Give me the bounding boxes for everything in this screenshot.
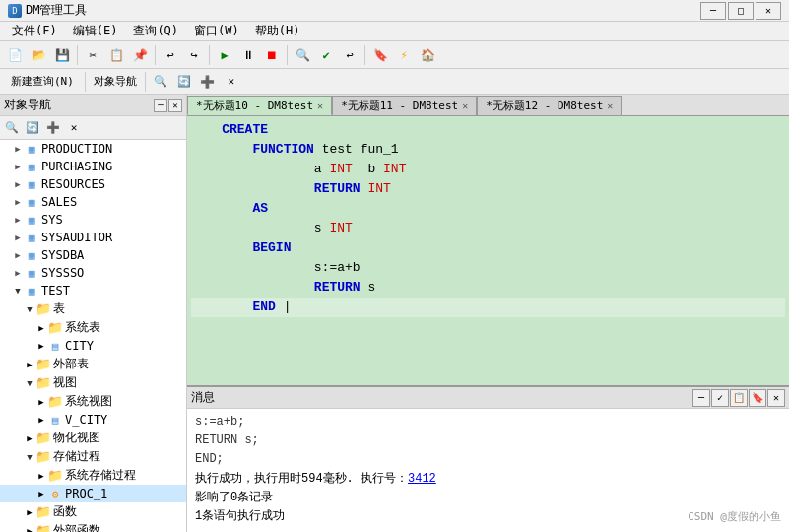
tb-copy[interactable]: 📋 (105, 44, 127, 66)
tb-pause[interactable]: ⏸ (237, 44, 259, 66)
tree-item-test[interactable]: ▼ ▦ TEST (0, 282, 186, 299)
tree-item-sys-views[interactable]: ▶ 📁 系统视图 (0, 392, 186, 411)
sep6 (85, 72, 86, 92)
tree-item-views[interactable]: ▼ 📁 视图 (0, 373, 186, 392)
expand-icon[interactable]: ▶ (24, 525, 35, 533)
expand-icon[interactable]: ▶ (12, 249, 24, 261)
expand-icon[interactable]: ▶ (12, 232, 24, 243)
close-button[interactable]: ✕ (756, 2, 781, 20)
tb-obj-add[interactable]: ➕ (197, 71, 219, 93)
expand-icon[interactable]: ▶ (35, 470, 47, 482)
msg-line-2: RETURN s; (195, 432, 781, 450)
tree-item-sys-tables[interactable]: ▶ 📁 系统表 (0, 318, 186, 337)
expand-icon[interactable]: ▶ (12, 161, 24, 172)
tree-item-purchasing[interactable]: ▶ ▦ PURCHASING (0, 158, 186, 175)
tree-label: CITY (65, 339, 94, 353)
msg-btn1[interactable]: ─ (692, 389, 710, 407)
menu-window[interactable]: 窗口(W) (186, 21, 247, 41)
tab-1-close[interactable]: ✕ (462, 100, 468, 111)
expand-icon[interactable]: ▶ (12, 267, 24, 279)
tree-item-proc1[interactable]: ▶ ⚙ PROC_1 (0, 485, 186, 502)
sidebar-add-btn[interactable]: ➕ (43, 118, 63, 138)
tb-search[interactable]: 🔍 (292, 44, 313, 66)
tb-paste[interactable]: 📌 (129, 44, 151, 66)
tree-item-funcs[interactable]: ▶ 📁 函数 (0, 502, 186, 521)
expand-icon[interactable]: ▶ (12, 214, 24, 226)
tree-item-ext-tables[interactable]: ▶ 📁 外部表 (0, 355, 186, 373)
tree-item-procs[interactable]: ▼ 📁 存储过程 (0, 447, 186, 466)
sidebar-del-btn[interactable]: ✕ (64, 118, 84, 138)
msg-line-1: s:=a+b; (195, 413, 781, 432)
main-layout: 对象导航 ─ ✕ 🔍 🔄 ➕ ✕ ▶ ▦ PRODUCTION ▶ ▦ (0, 95, 789, 532)
msg-btn4[interactable]: 🔖 (749, 389, 766, 407)
tree-item-sysauditor[interactable]: ▶ ▦ SYSAUDITOR (0, 229, 186, 246)
tb-lightning[interactable]: ⚡ (393, 44, 415, 66)
sidebar-search-btn[interactable]: 🔍 (2, 118, 22, 138)
tb-check[interactable]: ✔ (315, 44, 337, 66)
expand-icon[interactable]: ▶ (35, 488, 47, 499)
tab-1[interactable]: *无标题11 - DM8test ✕ (332, 96, 477, 115)
tab-2-close[interactable]: ✕ (607, 100, 613, 111)
expand-icon[interactable]: ▼ (12, 285, 24, 297)
code-editor[interactable]: CREATE FUNCTION test fun_1 a INT b INT R… (187, 116, 789, 385)
tree-item-tables[interactable]: ▼ 📁 表 (0, 299, 186, 318)
expand-icon[interactable]: ▼ (24, 451, 35, 463)
expand-icon[interactable]: ▶ (24, 506, 35, 518)
tb-redo[interactable]: ↪ (183, 44, 205, 66)
menu-query[interactable]: 查询(Q) (125, 21, 186, 41)
tb-bookmark[interactable]: 🔖 (369, 44, 391, 66)
msg-btn3[interactable]: 📋 (730, 389, 748, 407)
msg-btn5[interactable]: ✕ (767, 389, 785, 407)
tb-new-query[interactable]: 新建查询(N) (4, 71, 81, 93)
expand-icon[interactable]: ▼ (24, 303, 35, 315)
sidebar-close-btn[interactable]: ✕ (168, 99, 182, 112)
tb-obj-close[interactable]: ✕ (221, 71, 242, 93)
tree-item-ext-funcs[interactable]: ▶ 📁 外部函数 (0, 521, 186, 532)
expand-icon[interactable]: ▶ (35, 340, 47, 352)
tree-item-syssso[interactable]: ▶ ▦ SYSSSO (0, 264, 186, 282)
tb-run[interactable]: ▶ (214, 44, 235, 66)
title-bar: D DM管理工具 ─ □ ✕ (0, 0, 789, 22)
tb-home[interactable]: 🏠 (417, 44, 438, 66)
expand-icon[interactable]: ▶ (12, 143, 24, 155)
msg-btn2[interactable]: ✓ (711, 389, 729, 407)
tree-item-sys[interactable]: ▶ ▦ SYS (0, 211, 186, 229)
menu-edit[interactable]: 编辑(E) (65, 21, 126, 41)
tb-obj-refresh[interactable]: 🔄 (173, 71, 195, 93)
menu-help[interactable]: 帮助(H) (247, 21, 308, 41)
execution-id-link[interactable]: 3412 (408, 472, 436, 486)
tree-item-production[interactable]: ▶ ▦ PRODUCTION (0, 140, 186, 158)
minimize-button[interactable]: ─ (700, 2, 726, 20)
expand-icon[interactable]: ▶ (12, 196, 24, 208)
expand-icon[interactable]: ▶ (35, 322, 47, 334)
tree-item-mat-views[interactable]: ▶ 📁 物化视图 (0, 429, 186, 447)
tb-stop[interactable]: ⏹ (261, 44, 283, 66)
expand-icon[interactable]: ▶ (24, 432, 35, 444)
tb-back[interactable]: ↩ (339, 44, 361, 66)
expand-icon[interactable]: ▶ (35, 414, 47, 426)
expand-icon[interactable]: ▶ (24, 359, 35, 370)
sidebar-refresh-btn[interactable]: 🔄 (23, 118, 42, 138)
tab-0-close[interactable]: ✕ (317, 100, 323, 111)
title-bar-controls: ─ □ ✕ (700, 2, 781, 20)
tree-item-city[interactable]: ▶ ▤ CITY (0, 337, 186, 355)
tree-item-sysdba[interactable]: ▶ ▦ SYSDBA (0, 246, 186, 264)
expand-icon[interactable]: ▶ (12, 178, 24, 190)
tb-save[interactable]: 💾 (51, 44, 73, 66)
tree-item-sys-procs[interactable]: ▶ 📁 系统存储过程 (0, 466, 186, 485)
tb-new[interactable]: 📄 (4, 44, 26, 66)
expand-icon[interactable]: ▶ (35, 396, 47, 408)
tb-open[interactable]: 📂 (28, 44, 49, 66)
tree-item-sales[interactable]: ▶ ▦ SALES (0, 193, 186, 211)
sidebar-minimize-btn[interactable]: ─ (154, 99, 167, 112)
tb-obj-search[interactable]: 🔍 (150, 71, 171, 93)
tb-cut[interactable]: ✂ (82, 44, 103, 66)
tab-0[interactable]: *无标题10 - DM8test ✕ (187, 96, 332, 115)
tab-2[interactable]: *无标题12 - DM8test ✕ (477, 96, 622, 115)
tree-item-vcity[interactable]: ▶ ▤ V_CITY (0, 411, 186, 429)
expand-icon[interactable]: ▼ (24, 377, 35, 389)
tb-undo[interactable]: ↩ (160, 44, 181, 66)
tree-item-resources[interactable]: ▶ ▦ RESOURCES (0, 175, 186, 193)
menu-file[interactable]: 文件(F) (4, 21, 65, 41)
maximize-button[interactable]: □ (728, 2, 754, 20)
